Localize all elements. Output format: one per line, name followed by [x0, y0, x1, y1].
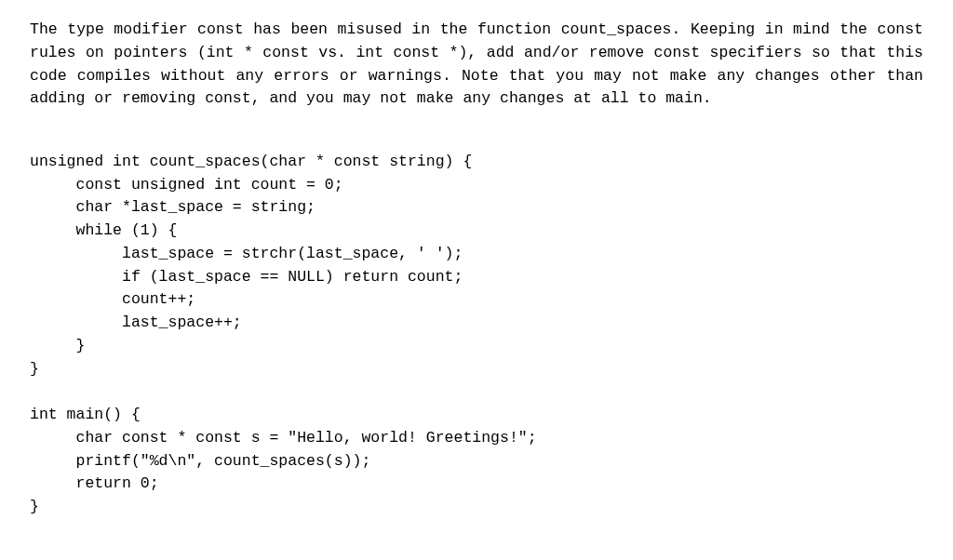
- code-listing: unsigned int count_spaces(char * const s…: [30, 127, 923, 519]
- code-line: }: [30, 360, 39, 378]
- code-line: int main() {: [30, 406, 141, 423]
- code-line: char const * const s = "Hello, world! Gr…: [30, 429, 537, 447]
- code-line: printf("%d\n", count_spaces(s));: [30, 452, 370, 470]
- code-line: last_space++;: [30, 313, 242, 331]
- code-line: while (1) {: [30, 221, 177, 239]
- code-line: }: [30, 337, 85, 354]
- problem-description: The type modifier const has been misused…: [30, 19, 923, 111]
- code-line: }: [30, 498, 39, 515]
- code-line: char *last_space = string;: [30, 198, 315, 216]
- code-line: if (last_space == NULL) return count;: [30, 268, 463, 286]
- code-line: const unsigned int count = 0;: [30, 176, 343, 193]
- code-line: count++;: [30, 290, 195, 308]
- code-line: unsigned int count_spaces(char * const s…: [30, 153, 472, 170]
- code-line: last_space = strchr(last_space, ' ');: [30, 245, 463, 262]
- code-line: return 0;: [30, 474, 159, 492]
